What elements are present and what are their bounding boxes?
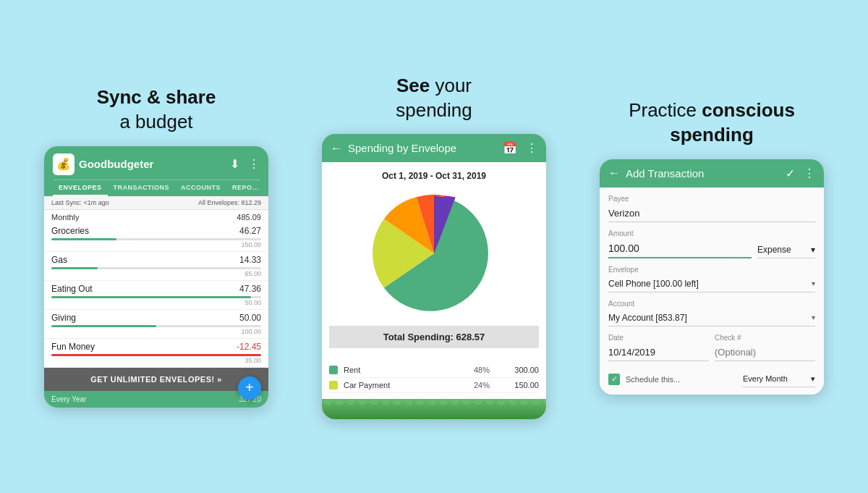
account-field: Account My Account [853.87] ▾ xyxy=(608,300,815,326)
legend-color-car xyxy=(329,381,338,389)
section-name: Monthly xyxy=(51,213,80,222)
tab-reports[interactable]: REPO... xyxy=(226,180,265,196)
progress-fill xyxy=(51,325,156,327)
envelope-name: Eating Out xyxy=(51,284,93,294)
legend-pct: 24% xyxy=(474,381,503,389)
header-2-left: ← Spending by Envelope xyxy=(331,142,456,155)
section-amount: 485.09 xyxy=(237,213,261,222)
payee-input[interactable] xyxy=(608,205,815,222)
envelope-name: Groceries xyxy=(51,226,89,236)
unlimited-cta-bar[interactable]: GET UNLIMITED ENVELOPES! » + xyxy=(44,368,268,391)
sync-status: Last Sync: <1m ago xyxy=(51,199,109,206)
progress-fill xyxy=(51,267,98,269)
bottom-bar: Every Year 327.20 xyxy=(44,391,268,408)
envelope-name: Gas xyxy=(51,255,67,265)
envelope-budget: 65.00 xyxy=(51,270,261,277)
envelope-budget: 50.00 xyxy=(51,299,261,306)
phone-frame-2: ← Spending by Envelope 📅 ⋮ Oct 1, 2019 -… xyxy=(322,134,546,419)
account-label: Account xyxy=(608,300,815,308)
date-check-row: Date Check # xyxy=(608,334,815,368)
panel-sync-share: Sync & share a budget 💰 Goodbudgeter ⬇ ⋮… xyxy=(26,85,286,408)
schedule-label: Schedule this... xyxy=(626,375,737,384)
screen-title: Add Transaction xyxy=(626,167,704,180)
amount-value: 100.00 xyxy=(608,243,639,254)
legend-val: 300.00 xyxy=(503,366,539,374)
envelope-amount: 50.00 xyxy=(239,313,261,323)
panel-spending: See yourspending ← Spending by Envelope … xyxy=(304,74,564,420)
panel2-title: See yourspending xyxy=(396,74,472,123)
app-header-1: 💰 Goodbudgeter ⬇ ⋮ ENVELOPES TRANSACTION… xyxy=(44,146,268,196)
amount-field: Amount 100.00 Expense ▾ xyxy=(608,229,815,258)
legend-val: 150.00 xyxy=(503,381,539,389)
envelope-budget: 100.00 xyxy=(51,328,261,335)
more-icon[interactable]: ⋮ xyxy=(804,167,815,180)
dropdown-arrow-icon: ▾ xyxy=(811,245,815,255)
back-icon[interactable]: ← xyxy=(608,167,620,180)
envelope-field: Envelope Cell Phone [100.00 left] ▾ xyxy=(608,266,815,292)
tab-envelopes[interactable]: ENVELOPES xyxy=(53,180,108,196)
app-header-3: ← Add Transaction ✓ ⋮ xyxy=(600,159,824,187)
panel3-title: Practice consciousspending xyxy=(629,98,795,148)
progress-track xyxy=(51,267,261,269)
tab-accounts[interactable]: ACCOUNTS xyxy=(175,180,226,196)
expense-type-select[interactable]: Expense ▾ xyxy=(757,242,815,258)
account-value: My Account [853.87] xyxy=(608,313,687,323)
dropdown-arrow-icon: ▾ xyxy=(811,374,815,384)
panel2-title-bold: See xyxy=(396,75,430,96)
unlimited-cta-label: GET UNLIMITED ENVELOPES! » xyxy=(90,375,222,384)
list-item[interactable]: Giving 50.00 100.00 xyxy=(44,310,268,339)
envelope-section-header: Monthly 485.09 xyxy=(44,210,268,223)
grass-decoration xyxy=(322,399,546,419)
panel1-title-normal: a budget xyxy=(119,111,192,132)
progress-fill-red xyxy=(51,354,261,356)
dropdown-arrow-icon: ▾ xyxy=(812,313,815,321)
tab-transactions[interactable]: TRANSACTIONS xyxy=(108,180,176,196)
envelope-row-top: Gas 14.33 xyxy=(51,255,261,265)
app-header-2: ← Spending by Envelope 📅 ⋮ xyxy=(322,134,546,162)
envelope-name: Fun Money xyxy=(51,342,95,352)
app-logo: 💰 Goodbudgeter xyxy=(53,153,153,175)
progress-track xyxy=(51,354,261,356)
schedule-freq-value: Every Month xyxy=(743,374,788,383)
list-item[interactable]: Gas 14.33 65.00 xyxy=(44,252,268,281)
account-select[interactable]: My Account [853.87] ▾ xyxy=(608,310,815,326)
envelope-value: Cell Phone [100.00 left] xyxy=(608,279,699,289)
pie-chart-container xyxy=(329,188,539,319)
panel1-title-bold: Sync & share xyxy=(97,86,216,108)
calendar-icon[interactable]: 📅 xyxy=(503,141,517,155)
envelope-row-top: Fun Money -12.45 xyxy=(51,342,261,352)
more-icon[interactable]: ⋮ xyxy=(526,141,537,155)
schedule-frequency-select[interactable]: Every Month ▾ xyxy=(743,371,815,387)
panel-add-transaction: Practice consciousspending ← Add Transac… xyxy=(582,98,842,395)
envelope-amount: -12.45 xyxy=(237,342,261,352)
more-icon[interactable]: ⋮ xyxy=(248,157,260,171)
amount-row: 100.00 Expense ▾ xyxy=(608,240,815,258)
download-icon[interactable]: ⬇ xyxy=(230,157,239,171)
back-icon[interactable]: ← xyxy=(331,142,342,155)
envelope-budget: 150.00 xyxy=(51,241,261,248)
phone-frame-1: 💰 Goodbudgeter ⬇ ⋮ ENVELOPES TRANSACTION… xyxy=(44,146,268,408)
envelope-select[interactable]: Cell Phone [100.00 left] ▾ xyxy=(608,276,815,292)
date-input[interactable] xyxy=(608,344,709,361)
list-item: Car Payment 24% 150.00 xyxy=(329,378,539,393)
payee-label: Payee xyxy=(608,195,815,203)
amount-input[interactable]: 100.00 xyxy=(608,240,752,258)
legend-list: Rent 48% 300.00 Car Payment 24% 150.00 xyxy=(322,357,546,399)
check-input[interactable] xyxy=(715,344,815,361)
header-2-icons: 📅 ⋮ xyxy=(503,141,537,155)
envelope-row-top: Eating Out 47.36 xyxy=(51,284,261,294)
list-item[interactable]: Eating Out 47.36 50.00 xyxy=(44,281,268,310)
chart-area: Oct 1, 2019 - Oct 31, 2019 xyxy=(322,162,546,357)
legend-pct: 48% xyxy=(474,366,503,374)
fab-add-button[interactable]: + xyxy=(238,376,261,400)
schedule-checkbox[interactable]: ✓ xyxy=(608,374,620,385)
check-icon[interactable]: ✓ xyxy=(786,167,795,180)
envelope-row-top: Giving 50.00 xyxy=(51,313,261,323)
progress-fill xyxy=(51,296,251,298)
list-item[interactable]: Fun Money -12.45 35.00 xyxy=(44,339,268,368)
legend-name: Car Payment xyxy=(344,381,474,389)
envelope-amount: 46.27 xyxy=(239,226,261,236)
legend-color-rent xyxy=(329,366,338,374)
list-item[interactable]: Groceries 46.27 150.00 xyxy=(44,223,268,252)
date-label: Date xyxy=(608,334,709,342)
